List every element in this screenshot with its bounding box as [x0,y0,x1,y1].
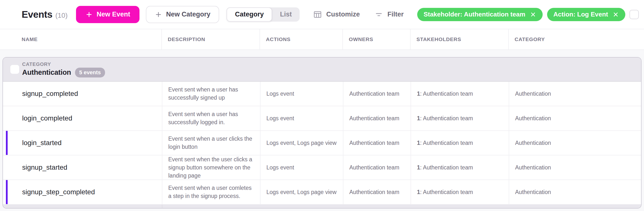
customize-button[interactable]: Customize [313,10,360,19]
close-icon[interactable] [612,11,619,18]
plus-icon [155,11,162,18]
event-row[interactable]: login_started Event sent when a user cli… [3,131,641,156]
event-name[interactable]: signup_step_completed [3,180,162,204]
event-description: Event sent when a user has successfully … [162,106,260,130]
event-category: Authentication [509,180,641,204]
column-divider [162,204,162,208]
event-stakeholders: 1: Authentication team [410,106,509,130]
event-actions: Logs event [260,156,343,180]
category-card: Category Authentication 5 events signup_… [2,57,642,208]
event-actions: Logs event, Logs page view [260,180,343,204]
event-owners: Authentication team [343,106,410,130]
new-event-button[interactable]: New Event [76,6,140,23]
event-stakeholders: 1: Authentication team [410,131,509,155]
category-name: Authentication [22,68,71,76]
event-description: Event sent when a user clicks the login … [162,131,260,155]
event-category: Authentication [509,156,641,180]
filter-lines-icon [374,10,384,19]
event-description: Event sent when a user has successfully … [162,82,260,106]
filter-pill-action[interactable]: Action: Log Event [547,8,625,21]
filter-pill-label: Stakeholder: Authentication team [424,10,526,18]
event-category: Authentication [509,106,641,130]
columns-table-icon [313,10,322,19]
event-stakeholders: 1: Authentication team [410,180,509,204]
content-area: Category Authentication 5 events signup_… [0,50,644,211]
column-header-description[interactable]: Description [161,29,260,50]
filter-button[interactable]: Filter [374,10,404,19]
page-title-text: Events [22,9,52,20]
event-category: Authentication [509,82,641,106]
event-owners: Authentication team [343,180,410,204]
close-icon[interactable] [530,11,536,18]
plus-icon [85,11,93,18]
filter-pill-label: Action: Log Event [554,10,608,18]
event-stakeholders: 1: Authentication team [410,82,509,106]
show-empty-checkbox[interactable] [630,10,639,19]
column-header-stakeholders[interactable]: Stakeholders [410,29,508,50]
column-header-actions[interactable]: Actions [260,29,342,50]
new-category-button[interactable]: New Category [146,6,219,23]
new-event-label: New Event [97,10,130,18]
event-actions: Logs event, Logs page view [260,131,343,155]
table-header: Name Description Actions Owners Stakehol… [0,29,644,50]
column-header-name[interactable]: Name [0,29,161,50]
events-count: (10) [55,12,68,20]
event-category: Authentication [509,131,641,155]
show-empty-categories: Show empty categories [630,10,644,19]
event-name[interactable]: login_completed [3,106,162,130]
column-header-owners[interactable]: Owners [342,29,410,50]
customize-label: Customize [326,10,360,18]
event-actions: Logs event [260,106,343,130]
toolbar: Events (10) New Event New Category Categ… [0,0,644,29]
filter-label: Filter [388,10,404,18]
events-page: Events (10) New Event New Category Categ… [0,0,644,211]
event-name[interactable]: login_started [3,131,162,155]
event-owners: Authentication team [343,156,410,180]
category-section-header[interactable]: Category Authentication 5 events [3,58,641,82]
event-row[interactable]: login_completed Event sent when a user h… [3,106,641,131]
event-description: Event sent when a user comletes a step i… [162,180,260,204]
category-heading: Category Authentication 5 events [22,62,105,78]
event-stakeholders: 1: Authentication team [410,156,509,180]
event-row[interactable]: signup_completed Event sent when a user … [3,82,641,106]
event-rows: signup_completed Event sent when a user … [3,82,641,204]
filter-pill-stakeholder[interactable]: Stakeholder: Authentication team [417,8,543,21]
event-name[interactable]: signup_started [3,156,162,180]
column-header-category[interactable]: Category [508,29,644,50]
event-actions: Logs event [260,82,343,106]
category-kicker: Category [22,62,105,67]
new-category-label: New Category [166,10,210,18]
event-owners: Authentication team [343,131,410,155]
category-checkbox[interactable] [10,65,19,74]
view-toggle-list[interactable]: List [272,8,300,22]
view-toggle-category[interactable]: Category [226,8,272,22]
card-footer [3,204,641,208]
page-title: Events (10) [22,9,68,20]
event-count-badge: 5 events [75,68,105,78]
event-name[interactable]: signup_completed [3,82,162,106]
event-owners: Authentication team [343,82,410,106]
event-row[interactable]: signup_started Event sent when the user … [3,156,641,180]
view-toggle: Category List [226,8,300,22]
event-row[interactable]: signup_step_completed Event sent when a … [3,180,641,204]
event-description: Event sent when the user clicks a signup… [162,156,260,180]
